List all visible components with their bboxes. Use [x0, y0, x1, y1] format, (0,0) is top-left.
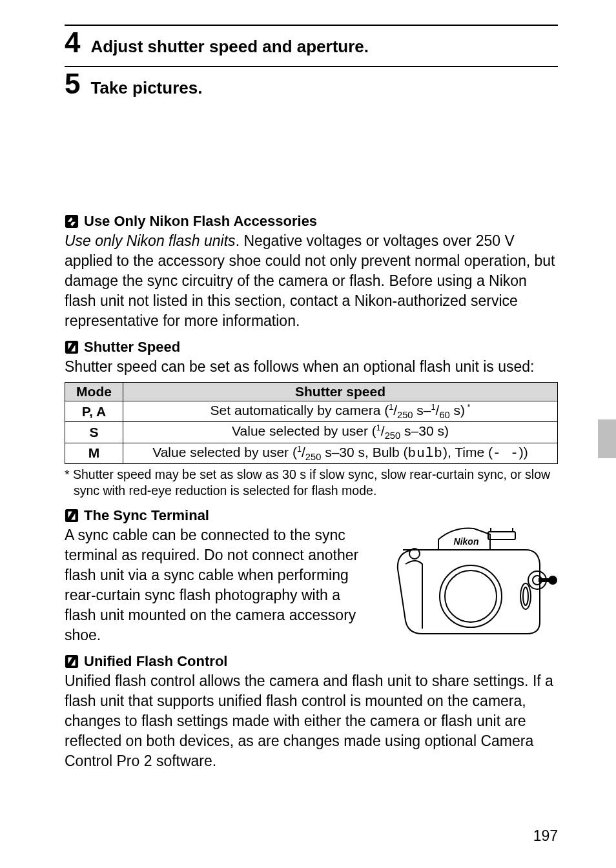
- lead-italic: Use only Nikon flash units: [65, 232, 236, 249]
- svg-rect-2: [65, 509, 78, 521]
- svg-rect-12: [65, 655, 78, 668]
- mode-cell: M: [65, 443, 123, 463]
- col-mode: Mode: [65, 383, 123, 401]
- table-row: P, A Set automatically by camera (1/250 …: [65, 401, 558, 422]
- shutter-speed-table: Mode Shutter speed P, A Set automaticall…: [65, 382, 558, 464]
- table-row: M Value selected by user (1/250 s–30 s, …: [65, 443, 558, 463]
- caution-icon: [65, 214, 79, 228]
- callout-title: Unified Flash Control: [84, 653, 227, 670]
- svg-point-11: [523, 587, 528, 605]
- note-icon: [65, 654, 79, 669]
- callout-title: Use Only Nikon Flash Accessories: [84, 213, 317, 230]
- step-number: 4: [65, 28, 80, 57]
- mode-cell: S: [65, 422, 123, 443]
- step-5: 5 Take pictures.: [65, 67, 558, 102]
- svg-rect-0: [65, 215, 78, 228]
- callout-use-nikon: Use Only Nikon Flash Accessories Use onl…: [65, 213, 558, 331]
- note-icon: [65, 340, 79, 354]
- sync-body: A sync cable can be connected to the syn…: [65, 525, 364, 645]
- step-number: 5: [65, 70, 80, 98]
- step-text: Adjust shutter speed and aperture.: [90, 37, 369, 57]
- value-cell: Value selected by user (1/250 s–30 s, Bu…: [123, 443, 558, 463]
- table-row: S Value selected by user (1/250 s–30 s): [65, 422, 558, 443]
- value-cell: Value selected by user (1/250 s–30 s): [123, 422, 558, 443]
- unified-body: Unified flash control allows the camera …: [65, 671, 558, 771]
- svg-point-5: [445, 570, 497, 622]
- step-text: Take pictures.: [90, 78, 202, 98]
- svg-rect-1: [65, 341, 78, 354]
- callout-sync-terminal: The Sync Terminal A sync cable can be co…: [65, 507, 558, 645]
- thumb-tab: [598, 419, 616, 458]
- step-4: 4 Adjust shutter speed and aperture.: [65, 26, 558, 61]
- callout-title: The Sync Terminal: [84, 507, 209, 524]
- callout-title: Shutter Speed: [84, 339, 180, 356]
- value-cell: Set automatically by camera (1/250 s–1/6…: [123, 401, 558, 422]
- svg-point-9: [549, 576, 557, 584]
- col-shutter-speed: Shutter speed: [123, 383, 558, 401]
- mode-cell: P, A: [65, 401, 123, 422]
- page-number: 197: [533, 827, 558, 845]
- callout-unified-flash: Unified Flash Control Unified flash cont…: [65, 653, 558, 771]
- svg-point-4: [440, 565, 502, 627]
- camera-illustration: Nikon: [377, 525, 558, 638]
- callout-shutter-speed: Shutter Speed Shutter speed can be set a…: [65, 339, 558, 499]
- brand-label: Nikon: [454, 536, 479, 547]
- table-header-row: Mode Shutter speed: [65, 383, 558, 401]
- shutter-intro: Shutter speed can be set as follows when…: [65, 357, 558, 377]
- note-icon: [65, 509, 79, 523]
- table-footnote: * Shutter speed may be set as slow as 30…: [65, 467, 558, 500]
- callout-body: Use only Nikon flash units. Negative vol…: [65, 231, 558, 331]
- svg-rect-3: [488, 532, 515, 540]
